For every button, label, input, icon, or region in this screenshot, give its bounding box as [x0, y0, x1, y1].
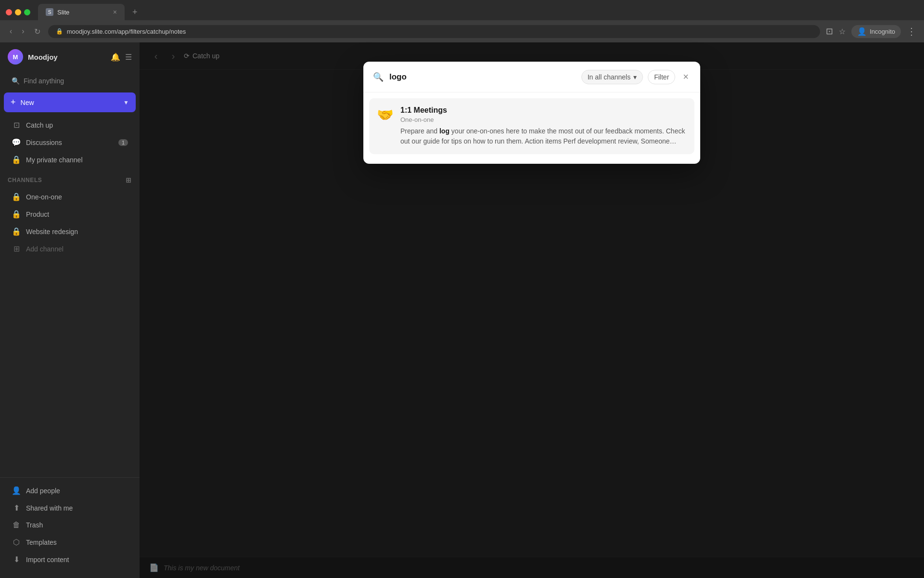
workspace-avatar: M — [8, 49, 23, 65]
sidebar-item-discussions[interactable]: 💬 Discussions 1 — [4, 134, 136, 151]
channels-section-label: Channels ⊞ — [0, 171, 140, 186]
sidebar: M Moodjoy 🔔 ☰ 🔍 Find anything + New ▼ ⊡ … — [0, 42, 140, 578]
sidebar-item-shared-with-me[interactable]: ⬆ Shared with me — [4, 499, 136, 516]
nav-section: ⊡ Catch up 💬 Discussions 1 🔒 My private … — [0, 114, 140, 171]
search-modal: 🔍 In all channels ▾ Filter × — [363, 62, 700, 164]
tab-title: Slite — [57, 9, 69, 16]
search-modal-icon: 🔍 — [373, 72, 384, 82]
add-channel-label: Add channel — [26, 245, 64, 253]
sidebar-header-icons: 🔔 ☰ — [111, 53, 132, 62]
browser-tab-slite[interactable]: S Slite × — [38, 4, 125, 20]
import-icon: ⬇ — [12, 555, 21, 564]
import-content-label: Import content — [26, 556, 69, 564]
templates-label: Templates — [26, 539, 57, 546]
workspace-name: Moodjoy — [28, 53, 106, 61]
back-button[interactable]: ‹ — [8, 25, 14, 38]
more-options-icon[interactable]: ⋮ — [907, 26, 916, 37]
notifications-icon[interactable]: 🔔 — [111, 53, 120, 62]
discussions-badge: 1 — [118, 139, 128, 146]
address-text: moodjoy.slite.com/app/filters/catchup/no… — [67, 28, 186, 35]
result-emoji: 🤝 — [377, 107, 394, 146]
channel-lock-icon: 🔒 — [12, 192, 21, 201]
templates-icon: ⬡ — [12, 538, 21, 547]
address-bar[interactable]: 🔒 moodjoy.slite.com/app/filters/catchup/… — [48, 25, 821, 38]
result-preview: Prepare and log your one-on-ones here to… — [400, 126, 687, 146]
add-channel-icon[interactable]: ⊞ — [126, 176, 132, 184]
sidebar-item-catchup[interactable]: ⊡ Catch up — [4, 117, 136, 133]
add-people-label: Add people — [26, 487, 60, 495]
search-modal-input[interactable] — [389, 72, 576, 82]
sidebar-item-private-channel[interactable]: 🔒 My private channel — [4, 151, 136, 168]
modal-overlay: 🔍 In all channels ▾ Filter × — [140, 42, 924, 578]
trash-icon: 🗑 — [12, 521, 21, 529]
search-result-item[interactable]: 🤝 1:1 Meetings One-on-one Prepare and lo… — [369, 98, 694, 154]
close-window-button[interactable] — [6, 9, 12, 15]
extensions-icon[interactable]: ⊡ — [826, 26, 833, 37]
result-preview-before: Prepare and — [400, 127, 439, 135]
sidebar-item-trash[interactable]: 🗑 Trash — [4, 517, 136, 533]
chevron-down-icon: ▼ — [123, 99, 129, 106]
catchup-label: Catch up — [26, 121, 53, 129]
minimize-window-button[interactable] — [15, 9, 21, 15]
nav-actions: ⊡ ☆ 👤 Incognito ⋮ — [826, 25, 916, 38]
one-on-one-label: One-on-one — [26, 193, 62, 201]
tab-bar: S Slite × + — [0, 0, 924, 20]
result-preview-bold: log — [439, 127, 449, 135]
shared-with-me-label: Shared with me — [26, 504, 73, 512]
website-redesign-label: Website redesign — [26, 228, 78, 236]
incognito-label: Incognito — [870, 28, 895, 35]
incognito-badge: 👤 Incognito — [851, 25, 901, 38]
bookmark-icon[interactable]: ☆ — [839, 27, 846, 36]
traffic-lights — [6, 9, 30, 15]
catchup-icon: ⊡ — [12, 120, 21, 130]
maximize-window-button[interactable] — [24, 9, 30, 15]
reload-button[interactable]: ↻ — [32, 25, 42, 38]
private-channel-label: My private channel — [26, 156, 83, 164]
sidebar-item-website-redesign[interactable]: 🔒 Website redesign — [4, 223, 136, 240]
app-container: M Moodjoy 🔔 ☰ 🔍 Find anything + New ▼ ⊡ … — [0, 42, 924, 578]
search-placeholder: Find anything — [24, 77, 64, 85]
forward-button[interactable]: › — [20, 25, 26, 38]
filter-channels-dropdown[interactable]: In all channels ▾ — [581, 70, 643, 84]
new-tab-button[interactable]: + — [128, 5, 141, 19]
sidebar-search-bar[interactable]: 🔍 Find anything — [4, 73, 136, 89]
nav-bar: ‹ › ↻ 🔒 moodjoy.slite.com/app/filters/ca… — [0, 20, 924, 42]
search-icon: 🔍 — [12, 77, 20, 85]
browser-chrome: S Slite × + ‹ › ↻ 🔒 moodjoy.slite.com/ap… — [0, 0, 924, 42]
search-modal-close-button[interactable]: × — [681, 69, 691, 84]
sidebar-item-one-on-one[interactable]: 🔒 One-on-one — [4, 188, 136, 205]
add-channel-plus-icon: ⊞ — [12, 244, 21, 253]
channels-section: 🔒 One-on-one 🔒 Product 🔒 Website redesig… — [0, 186, 140, 260]
sidebar-item-add-people[interactable]: 👤 Add people — [4, 482, 136, 499]
chevron-down-icon: ▾ — [633, 73, 637, 81]
sidebar-menu-icon[interactable]: ☰ — [125, 53, 132, 62]
search-results: 🤝 1:1 Meetings One-on-one Prepare and lo… — [363, 92, 700, 164]
result-content: 1:1 Meetings One-on-one Prepare and log … — [400, 106, 687, 146]
sidebar-item-product[interactable]: 🔒 Product — [4, 206, 136, 223]
add-people-icon: 👤 — [12, 486, 21, 495]
filter-button[interactable]: Filter — [648, 70, 675, 84]
sidebar-header: M Moodjoy 🔔 ☰ — [0, 42, 140, 71]
result-subtitle: One-on-one — [400, 116, 687, 123]
sidebar-item-import-content[interactable]: ⬇ Import content — [4, 551, 136, 568]
incognito-avatar-icon: 👤 — [857, 27, 867, 36]
plus-icon: + — [11, 97, 16, 107]
filter-channels-label: In all channels — [588, 73, 631, 81]
channel-lock-icon: 🔒 — [12, 210, 21, 219]
sidebar-item-templates[interactable]: ⬡ Templates — [4, 534, 136, 551]
sidebar-bottom: 👤 Add people ⬆ Shared with me 🗑 Trash ⬡ … — [0, 477, 140, 568]
product-label: Product — [26, 210, 49, 218]
tab-favicon: S — [46, 8, 53, 16]
new-document-button[interactable]: + New ▼ — [4, 92, 136, 112]
lock-icon: 🔒 — [12, 155, 21, 164]
shared-icon: ⬆ — [12, 503, 21, 512]
channel-lock-icon: 🔒 — [12, 227, 21, 236]
search-modal-header: 🔍 In all channels ▾ Filter × — [363, 62, 700, 92]
main-content: ‹ › ⟳ Catch up 🔍 In all channels — [140, 42, 924, 578]
result-title: 1:1 Meetings — [400, 106, 687, 115]
tab-close-button[interactable]: × — [113, 8, 117, 16]
lock-icon: 🔒 — [56, 28, 63, 35]
sidebar-item-add-channel[interactable]: ⊞ Add channel — [4, 240, 136, 257]
trash-label: Trash — [26, 521, 43, 529]
discussions-label: Discussions — [26, 139, 62, 146]
